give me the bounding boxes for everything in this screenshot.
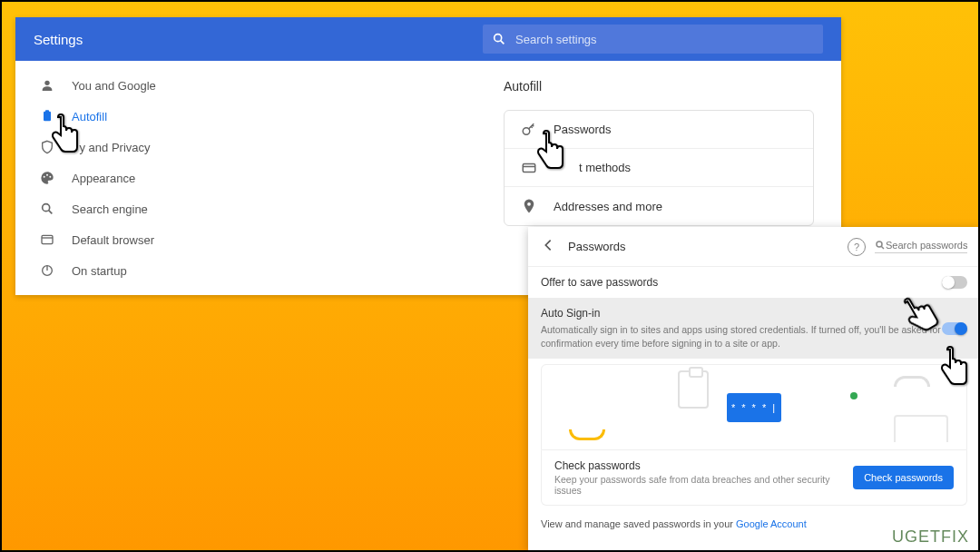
check-passwords-row: Check passwords Keep your passwords safe…	[541, 450, 967, 506]
svg-line-1	[501, 41, 505, 44]
card-icon	[521, 160, 537, 176]
svg-point-6	[46, 174, 48, 176]
autofill-row-addresses[interactable]: Addresses and more	[505, 187, 813, 225]
svg-rect-4	[45, 110, 49, 113]
passwords-illustration: * * * * |	[541, 364, 967, 450]
svg-point-5	[44, 176, 45, 178]
svg-point-18	[877, 242, 882, 247]
browser-icon	[39, 232, 55, 248]
watermark: UGETFIX	[892, 527, 969, 547]
sidebar-item-autofill[interactable]: Autofill	[15, 101, 231, 132]
sidebar-label: You and Google	[72, 79, 156, 93]
check-title: Check passwords	[554, 459, 853, 472]
auto-signin-title: Auto Sign-in	[541, 307, 942, 320]
svg-line-9	[49, 211, 53, 214]
passwords-search[interactable]	[875, 240, 967, 253]
help-icon[interactable]: ?	[848, 238, 866, 256]
google-account-link[interactable]: Google Account	[736, 518, 807, 529]
sidebar-item-search-engine[interactable]: Search engine	[15, 193, 231, 224]
shield-icon	[39, 139, 55, 155]
header-bar: Settings	[15, 17, 841, 61]
svg-point-7	[49, 176, 51, 178]
svg-rect-10	[42, 235, 53, 243]
search-icon	[875, 240, 886, 251]
autofill-section-title: Autofill	[504, 79, 814, 94]
check-desc: Keep your passwords safe from data breac…	[554, 474, 853, 496]
sidebar-item-safety-privacy[interactable]: y y and Privacy	[15, 132, 231, 163]
sidebar-item-default-browser[interactable]: Default browser	[15, 224, 231, 255]
key-icon	[521, 122, 537, 138]
location-icon	[521, 198, 537, 214]
autofill-row-passwords[interactable]: Passwords	[505, 111, 813, 149]
autofill-row-payment[interactable]: t methods	[505, 149, 813, 187]
settings-sidebar: You and Google Autofill y y and Privacy …	[15, 61, 231, 295]
offer-save-row: Offer to save passwords	[528, 267, 980, 298]
row-label: t methods	[579, 161, 631, 174]
passwords-window: Passwords ? Offer to save passwords Auto…	[528, 227, 980, 552]
auto-signin-toggle[interactable]	[942, 322, 967, 335]
search-icon	[492, 32, 506, 46]
auto-signin-desc: Automatically sign in to sites and apps …	[541, 323, 942, 350]
sidebar-item-on-startup[interactable]: On startup	[15, 255, 231, 286]
check-passwords-button[interactable]: Check passwords	[853, 466, 954, 489]
offer-save-toggle[interactable]	[942, 276, 967, 289]
svg-rect-3	[44, 112, 51, 122]
search-icon	[39, 201, 55, 217]
search-settings-box[interactable]	[483, 25, 823, 54]
sidebar-item-appearance[interactable]: Appearance	[15, 163, 231, 193]
svg-rect-15	[523, 163, 535, 172]
sidebar-label: Default browser	[72, 233, 154, 247]
person-icon	[39, 77, 55, 94]
sidebar-label: Appearance	[72, 172, 135, 185]
autofill-card: Passwords t methods Addresses and more	[504, 110, 814, 226]
manage-passwords-text: View and manage saved passwords in your …	[528, 506, 980, 529]
sidebar-label: Search engine	[72, 202, 148, 216]
sidebar-label: Autofill	[72, 110, 107, 123]
passwords-header: Passwords ?	[528, 227, 980, 267]
passwords-search-input[interactable]	[886, 240, 967, 251]
svg-line-19	[881, 246, 884, 249]
row-label: Addresses and more	[554, 200, 662, 213]
passwords-title: Passwords	[568, 240, 848, 253]
sidebar-label-visible: y and Privacy	[80, 141, 151, 154]
password-card-graphic: * * * * |	[727, 393, 781, 422]
svg-point-8	[43, 204, 50, 212]
auto-signin-row: Auto Sign-in Automatically sign in to si…	[528, 298, 980, 359]
palette-icon	[39, 170, 55, 186]
clipboard-icon	[39, 108, 55, 124]
header-title: Settings	[15, 32, 483, 47]
sidebar-item-you-and-google[interactable]: You and Google	[15, 70, 231, 101]
svg-point-2	[44, 81, 49, 85]
svg-point-17	[527, 202, 531, 206]
offer-save-label: Offer to save passwords	[541, 276, 942, 289]
power-icon	[39, 262, 55, 279]
row-label: Passwords	[554, 123, 612, 136]
back-icon[interactable]	[541, 238, 555, 256]
search-settings-input[interactable]	[515, 33, 823, 46]
svg-point-0	[495, 34, 502, 42]
sidebar-label: On startup	[72, 264, 127, 278]
